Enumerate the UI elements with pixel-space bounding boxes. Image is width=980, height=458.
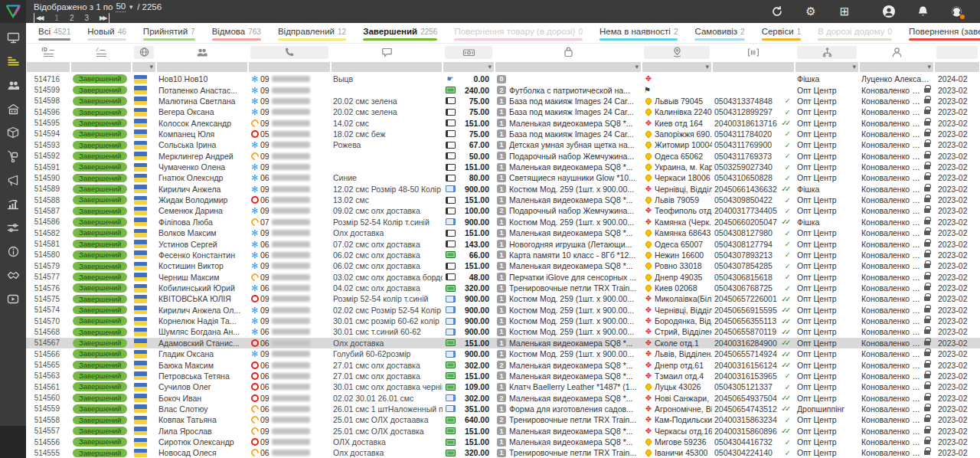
support-headset-icon[interactable] [949,5,963,18]
order-row[interactable]: 514599 Завершений Потапенко Анастас... 0… [26,84,980,95]
order-row[interactable]: 514567 Завершений Адамовский Станис... 0… [26,338,980,348]
order-row[interactable]: 514561 Завершений Сучилов Олег 06 30.01 … [26,381,980,392]
status-tab[interactable]: Самовивіз 2 [694,27,744,43]
sidebar-item-dashboard-monitor-icon[interactable] [5,31,21,44]
order-row[interactable]: 514559 Завершений Влас Слотюу 06 26.01 с… [26,404,980,414]
filter-products-select[interactable] [495,62,641,72]
status-tab[interactable]: Прийнятий 7 [143,27,195,43]
sidebar-item-clients-icon[interactable] [5,78,21,92]
status-tab[interactable]: Сервіси 1 [762,27,802,43]
notifications-bell-icon[interactable] [916,5,929,18]
status-tab[interactable]: Повернення товару (в дорозі) 0 [454,27,583,43]
order-row[interactable]: 514570 Завершений Корнелюк Надія Та... 0… [26,316,980,326]
filter-payment-select[interactable] [443,62,494,72]
column-header-manager[interactable] [859,44,934,60]
last-page-button[interactable]: ▶▶ [100,13,109,23]
filter-status-input[interactable] [71,62,131,72]
column-header-country[interactable] [132,44,156,60]
refresh-icon[interactable] [770,5,784,18]
sidebar-item-procurement-cart-icon[interactable] [5,149,21,163]
filter-source-select[interactable] [795,62,858,72]
page-1-button[interactable]: 1 [54,13,59,23]
page-size-dropdown[interactable]: 50 [116,2,126,12]
order-row[interactable]: 514588 Завершений Жидак Володимир 06 13.… [26,195,980,205]
column-header-date[interactable] [934,44,980,60]
first-page-button[interactable]: ◀◀ [34,13,44,23]
order-row[interactable]: 514580 Завершений Фесенко Константин 06 … [26,250,980,260]
order-row[interactable]: 514716 Завершений Нов10 Нов10 09 Выцв 0.… [26,74,980,84]
order-row[interactable]: 514563 Завершений Петровська Тетяна 06 2… [26,371,980,381]
order-row[interactable]: 514586 Завершений Філіпова Люба 07 Розмі… [26,217,980,227]
page-2-button[interactable]: 2 [70,13,74,23]
status-tab[interactable]: Нема в наявності 2 [599,27,678,43]
order-row[interactable]: 514568 Завершений Шумляс Богдана Ан... 0… [26,326,980,337]
filter-manager-select[interactable] [860,62,933,72]
settings-gear-icon[interactable]: ⚙ [804,5,818,18]
status-tab[interactable]: Відмова 763 [212,27,261,43]
order-row[interactable]: 514595 Завершений Колосок Александр 09 1… [26,117,980,128]
order-row[interactable]: 514590 Завершений Гнатюк Олексндр 06 Син… [26,172,980,183]
filter-date-input[interactable] [935,62,979,72]
order-row[interactable]: 514560 Завершений Бокоч Иван 09 02.02 30… [26,392,980,403]
sidebar-item-products-box-icon[interactable] [5,126,21,139]
sidebar-item-orders-list-icon[interactable] [5,54,21,68]
sidebar-item-shop-icon[interactable] [5,102,21,116]
order-row[interactable]: 514589 Завершений Кирилич Анжела 09 12.0… [26,184,980,195]
status-tab[interactable]: Всі 4521 [38,27,70,43]
column-header-client[interactable] [156,44,248,60]
filter-phone-input[interactable] [249,62,330,72]
order-row[interactable]: 514596 Завершений Вегера Оксана 09 20.02… [26,106,980,117]
column-header-id[interactable]: ID — [26,44,70,60]
order-row[interactable]: 514566 Завершений Гладик Оксана 09 Голуб… [26,348,980,359]
column-header-source[interactable] [795,44,859,60]
sidebar-item-marketing-megaphone-icon[interactable] [5,173,21,187]
filter-client-input[interactable] [157,62,247,72]
order-row[interactable]: 514558 Завершений Ковпак Татьяна 09 25.0… [26,414,980,425]
filter-tracking-input[interactable] [713,62,794,72]
order-row[interactable]: 514587 Завершений Семенюк Дарина 09 09.0… [26,205,980,216]
sidebar-item-statistics-chart-icon[interactable] [5,197,21,211]
column-header-phone[interactable] [248,44,331,60]
column-header-payment[interactable] [443,44,495,60]
sidebar-item-video-tutorials-icon[interactable] [5,292,21,306]
status-tab[interactable]: В дорозі додому 0 [818,27,892,43]
column-header-status[interactable]: ⁄ — [70,44,132,60]
order-row[interactable]: 514598 Завершений Малютина Светлана 09 2… [26,96,980,106]
add-window-icon[interactable]: ⊞ [838,5,851,18]
order-row[interactable]: 514591 Завершений Чумаченко Олена 09 151… [26,162,980,172]
mobile-operator-icon [250,317,259,325]
column-header-comment[interactable] [331,44,443,60]
filter-country-select[interactable] [132,62,155,72]
order-row[interactable]: 514574 Завершений Кирилич Анжела Ол... 0… [26,305,980,316]
filter-comment-input[interactable] [332,62,442,72]
column-header-tracking[interactable] [712,44,795,60]
order-row[interactable]: 514556 Завершений Сиротюк Олександр 09 О… [26,437,980,447]
app-logo[interactable] [0,0,26,23]
order-row[interactable]: 514575 Завершений КВІТОВСЬКА ЮЛІЯ 09 Роз… [26,293,980,304]
sidebar-item-info-icon[interactable] [5,244,21,258]
sidebar-item-settings-sliders-icon[interactable] [5,221,21,234]
order-row[interactable]: 514555 Завершений Новосад Олеся 06 Олх д… [26,447,980,458]
order-row[interactable]: 514557 Завершений Лила Ярослав 09 25.01 … [26,426,980,437]
order-row[interactable]: 514581 Завершений Устинов Сергей 06 07.0… [26,238,980,249]
filter-id-input[interactable] [27,62,70,72]
order-row[interactable]: 514582 Завершений Волков Максим 09 Олх д… [26,227,980,238]
profile-icon[interactable] [882,5,896,18]
order-row[interactable]: 514579 Завершений Костишин Виктор 09 06.… [26,260,980,271]
column-header-products[interactable] [495,44,642,60]
page-3-button[interactable]: 3 [84,13,89,23]
order-row[interactable]: 514594 Завершений Компанец Юля 05 18.02 … [26,129,980,139]
column-header-delivery[interactable] [642,44,712,60]
status-tab[interactable]: Новый 46 [87,27,126,43]
order-row[interactable]: 514593 Завершений Сольська Ірина 09 Роже… [26,139,980,150]
sidebar-item-partners-handshake-icon[interactable] [5,268,21,282]
status-tab[interactable]: Завершений 2256 [363,27,437,43]
order-row[interactable]: 514576 Завершений Кобилинський Юрий 06 0… [26,283,980,293]
status-tab[interactable]: Повернення (завершений) 125 [909,27,980,43]
filter-delivery-select[interactable] [642,62,711,72]
status-tab[interactable]: Відправлений 12 [278,27,346,43]
order-row[interactable]: 514565 Завершений Баюка Максим 06 27.01 … [26,359,980,370]
order-row[interactable]: 514577 Завершений Черниш Максим 09 03.02… [26,271,980,282]
products-cell: 1Костюм Мод. 259 (1шт. х 900.00... [495,184,642,195]
order-row[interactable]: 514592 Завершений Мерклингер Андрей 09 5… [26,151,980,162]
